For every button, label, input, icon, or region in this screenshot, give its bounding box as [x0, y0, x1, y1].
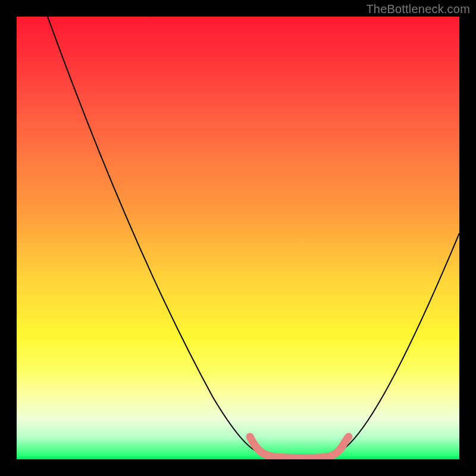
plot-area [17, 17, 459, 459]
pink-trough [250, 437, 349, 458]
watermark-text: TheBottleneck.com [366, 2, 470, 16]
black-left-curve [48, 17, 261, 453]
chart-stage: TheBottleneck.com [0, 0, 476, 476]
curve-layer [17, 17, 459, 459]
black-right-curve [342, 233, 459, 450]
